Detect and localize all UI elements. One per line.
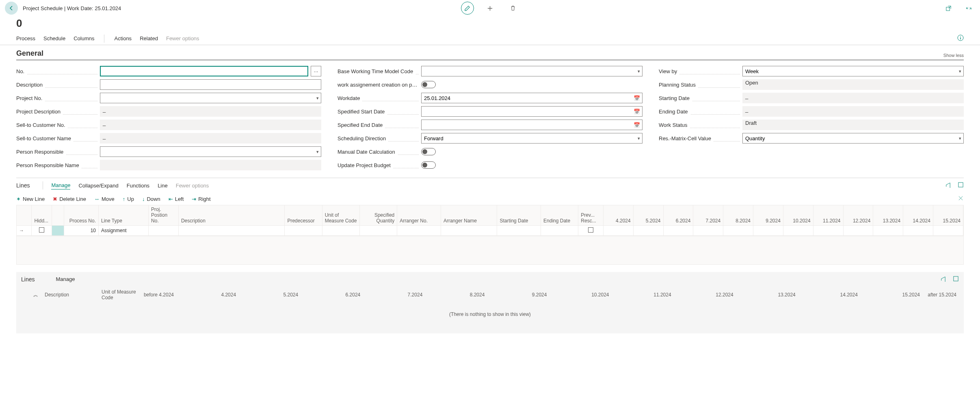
cell-w14[interactable] <box>903 226 933 236</box>
lines-tab-manage[interactable]: Manage <box>51 181 70 189</box>
collapse-all-icon[interactable]: ︽ <box>33 292 38 298</box>
tab-actions[interactable]: Actions <box>114 32 132 45</box>
cell-w4[interactable] <box>603 226 633 236</box>
col2-w10[interactable]: 10.2024 <box>549 288 611 303</box>
lines-tab-functions[interactable]: Functions <box>127 182 149 189</box>
input-spec-start[interactable] <box>421 106 643 117</box>
col-w14[interactable]: 14.2024 <box>903 205 933 226</box>
col2-w12[interactable]: 12.2024 <box>674 288 736 303</box>
cell-w6[interactable] <box>663 226 693 236</box>
col-w10[interactable]: 10.2024 <box>783 205 813 226</box>
col-w6[interactable]: 6.2024 <box>663 205 693 226</box>
down-button[interactable]: ↓Down <box>142 196 160 202</box>
lines-tab-fewer[interactable]: Fewer options <box>176 182 209 189</box>
new-line-button[interactable]: ✶New Line <box>16 196 45 202</box>
tab-process[interactable]: Process <box>16 32 35 45</box>
col-arranger-no[interactable]: Arranger No. <box>397 205 441 226</box>
col-spec-qty[interactable]: Specified Quantity <box>359 205 397 226</box>
info-button[interactable] <box>957 35 964 42</box>
cell-description[interactable] <box>178 226 285 236</box>
tab-schedule[interactable]: Schedule <box>43 32 65 45</box>
cell-hidd[interactable] <box>32 226 52 236</box>
tab-fewer-options[interactable]: Fewer options <box>166 32 199 45</box>
col-w5[interactable]: 5.2024 <box>633 205 663 226</box>
share2-button[interactable] <box>940 276 946 283</box>
col-ending-date[interactable]: Ending Date <box>541 205 578 226</box>
col-w8[interactable]: 8.2024 <box>723 205 753 226</box>
cell-w8[interactable] <box>723 226 753 236</box>
input-no[interactable] <box>100 66 308 76</box>
up-button[interactable]: ↑Up <box>123 196 134 202</box>
calendar-icon[interactable]: 📅 <box>634 122 640 128</box>
cell-w9[interactable] <box>753 226 783 236</box>
col-process-no[interactable]: Process No. <box>64 205 99 226</box>
cell-proj-pos[interactable] <box>149 226 179 236</box>
cell-predecessor[interactable] <box>285 226 322 236</box>
cell-w5[interactable] <box>633 226 663 236</box>
col-w13[interactable]: 13.2024 <box>873 205 903 226</box>
cell-w10[interactable] <box>783 226 813 236</box>
lookup-no-button[interactable]: ··· <box>311 66 321 76</box>
cell-ending-date[interactable] <box>541 226 578 236</box>
col-w7[interactable]: 7.2024 <box>693 205 723 226</box>
col-uom[interactable]: Unit of Measure Code <box>322 205 359 226</box>
lines-tab-collapse[interactable]: Collapse/Expand <box>78 182 118 189</box>
col2-w5[interactable]: 5.2024 <box>238 288 301 303</box>
cell-indent[interactable] <box>52 226 64 236</box>
col2-after[interactable]: after 15.2024 <box>922 288 959 303</box>
move-button[interactable]: ↔Move <box>94 196 115 202</box>
toggle-manual-calc[interactable] <box>421 148 436 155</box>
col-w4[interactable]: 4.2024 <box>603 205 633 226</box>
col-line-type[interactable]: Line Type <box>98 205 148 226</box>
input-base-wtm[interactable] <box>421 66 643 76</box>
share-button[interactable] <box>945 182 951 189</box>
col-predecessor[interactable]: Predecessor <box>285 205 322 226</box>
toggle-update-budget[interactable] <box>421 161 436 169</box>
col-w15[interactable]: 15.2024 <box>933 205 963 226</box>
col2-w7[interactable]: 7.2024 <box>363 288 425 303</box>
col-w9[interactable]: 9.2024 <box>753 205 783 226</box>
personalize-button[interactable] <box>958 195 964 202</box>
cell-spec-qty[interactable] <box>359 226 397 236</box>
col2-w14[interactable]: 14.2024 <box>798 288 860 303</box>
cell-starting-date[interactable] <box>497 226 541 236</box>
input-person-resp[interactable] <box>100 146 321 157</box>
calendar-icon[interactable]: 📅 <box>634 95 640 101</box>
delete-line-button[interactable]: ✖Delete Line <box>53 196 86 202</box>
cell-arranger-no[interactable] <box>397 226 441 236</box>
select-res-matrix[interactable] <box>742 133 964 144</box>
col2-w4[interactable]: 4.2024 <box>176 288 238 303</box>
cell-w7[interactable] <box>693 226 723 236</box>
cell-process-no[interactable]: 10 <box>64 226 99 236</box>
lines-grid[interactable]: Hidd... Process No. Line Type Proj. Post… <box>17 205 963 236</box>
tab-related[interactable]: Related <box>140 32 158 45</box>
col2-uom[interactable]: Unit of Measure Code <box>99 288 140 303</box>
cell-prev-resc[interactable] <box>578 226 604 236</box>
select-view-by[interactable] <box>742 66 964 76</box>
col2-w6[interactable]: 6.2024 <box>301 288 363 303</box>
col2-w15[interactable]: 15.2024 <box>860 288 922 303</box>
cell-line-type[interactable]: Assignment <box>98 226 148 236</box>
col-description[interactable]: Description <box>178 205 285 226</box>
edit-button[interactable] <box>461 2 474 15</box>
right-button[interactable]: ⇥Right <box>192 196 210 202</box>
row-selector-icon[interactable]: → <box>17 226 32 236</box>
cell-w11[interactable] <box>813 226 843 236</box>
toggle-work-assign[interactable] <box>421 81 436 88</box>
left-button[interactable]: ⇤Left <box>169 196 184 202</box>
tab-columns[interactable]: Columns <box>74 32 94 45</box>
checkbox[interactable] <box>588 227 593 233</box>
delete-button[interactable] <box>506 2 519 15</box>
cell-w15[interactable] <box>933 226 963 236</box>
col2-before[interactable]: before 4.2024 <box>140 288 176 303</box>
table-row[interactable]: → 10 Assignment <box>17 226 963 236</box>
maximize2-button[interactable] <box>953 276 959 283</box>
cell-w13[interactable] <box>873 226 903 236</box>
lines2-tab-manage[interactable]: Manage <box>56 275 75 283</box>
input-spec-end[interactable] <box>421 120 643 130</box>
col2-w11[interactable]: 11.2024 <box>612 288 674 303</box>
col-arranger-name[interactable]: Arranger Name <box>441 205 497 226</box>
cell-arranger-name[interactable] <box>441 226 497 236</box>
col2-w8[interactable]: 8.2024 <box>425 288 487 303</box>
input-workdate[interactable] <box>421 93 643 103</box>
